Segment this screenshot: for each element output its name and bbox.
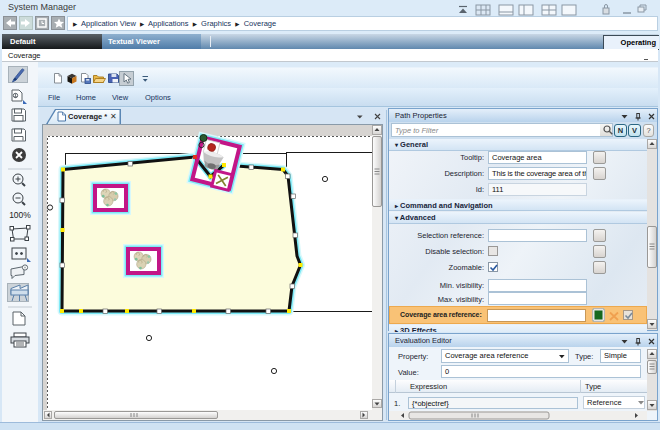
svg-text:100%: 100% bbox=[9, 210, 31, 220]
